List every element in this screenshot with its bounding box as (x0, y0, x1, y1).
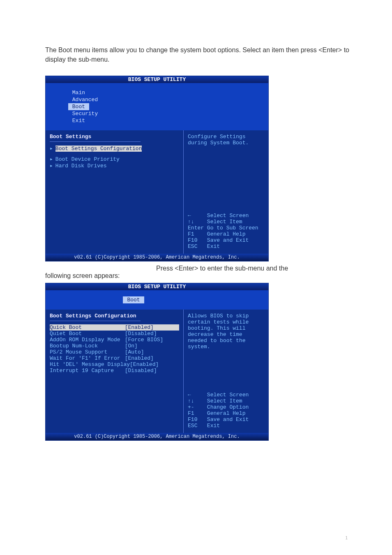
bios-title: BIOS SETUP UTILITY (46, 283, 268, 290)
bios-copyright: v02.61 (C)Copyright 1985-2006, American … (46, 254, 268, 261)
bios-menubar[interactable]: Main Advanced Boot Security Exit (46, 83, 268, 130)
option-hit-del-message-display[interactable]: Hit 'DEL' Message Display[Enabled] (50, 361, 179, 368)
tab-boot[interactable]: Boot (68, 103, 89, 110)
option-quick-boot[interactable]: Quick Boot[Enabled] (50, 324, 179, 331)
bios-key-legend: ← Select Screen ↑↓ Select Item +- Change… (188, 392, 264, 429)
option-bootup-num-lock[interactable]: Bootup Num-Lock[On] (50, 343, 179, 349)
triangle-right-icon: ▸ (50, 163, 53, 169)
bios-screen-boot-settings-config: BIOS SETUP UTILITY MainAdvancedBoot Boot… (45, 283, 269, 441)
bios-right-pane: Allows BIOS to skip certain tests while … (184, 310, 268, 433)
page-number: 1 (345, 536, 348, 540)
tab-main[interactable]: Main (68, 89, 89, 96)
bios-right-pane: Configure Settings during System Boot. ←… (184, 130, 268, 254)
bios-title: BIOS SETUP UTILITY (46, 76, 268, 83)
option-label: Bootup Num-Lock (50, 343, 125, 349)
boot-settings-heading: Boot Settings (50, 134, 179, 140)
option-label: Interrupt 19 Capture (50, 368, 125, 374)
option-value: [Disabled] (125, 331, 179, 337)
bios-copyright: v02.61 (C)Copyright 1985-2006, American … (46, 433, 268, 440)
option-ps-2-mouse-support[interactable]: PS/2 Mouse Support[Auto] (50, 349, 179, 355)
option-value: [Enabled] (130, 361, 179, 368)
option-quiet-boot[interactable]: Quiet Boot[Disabled] (50, 331, 179, 337)
menu-item-boot-settings-config[interactable]: ▸Boot Settings Configuration (50, 145, 179, 152)
option-label: PS/2 Mouse Support (50, 349, 125, 355)
bios-left-pane: Boot Settings ▸Boot Settings Configurati… (46, 130, 184, 254)
bios-help-text: Allows BIOS to skip certain tests while … (188, 313, 264, 350)
option-label: Wait For 'F1' If Error (50, 355, 125, 361)
boot-settings-config-heading: Boot Settings Configuration (50, 313, 179, 319)
intro-text: The Boot menu items allow you to change … (45, 45, 351, 64)
option-label: Quick Boot (50, 324, 125, 331)
bios-key-legend: ← Select Screen ↑↓ Select Item Enter Go … (188, 213, 264, 250)
tab-exit[interactable]: Exit (68, 117, 89, 124)
bios-menubar[interactable]: MainAdvancedBoot (46, 290, 268, 310)
option-value: [Disabled] (125, 368, 179, 374)
menu-item-boot-device-priority[interactable]: ▸Boot Device Priority (50, 156, 179, 162)
tab-advanced[interactable]: Advanced (68, 96, 102, 103)
triangle-right-icon: ▸ (50, 156, 53, 162)
bios-help-text: Configure Settings during System Boot. (188, 134, 264, 146)
bios-screen-boot: BIOS SETUP UTILITY Main Advanced Boot Se… (45, 76, 269, 261)
option-value: [Enabled] (125, 324, 179, 331)
tab-security[interactable]: Security (68, 110, 102, 117)
option-label: Quiet Boot (50, 331, 125, 337)
mid-text: Press <Enter> to enter the sub-menu and … (45, 265, 351, 280)
option-value: [On] (125, 343, 179, 349)
option-label: Hit 'DEL' Message Display (50, 361, 130, 368)
option-value: [Enabled] (125, 355, 179, 361)
bios-left-pane: Boot Settings Configuration Quick Boot[E… (46, 310, 184, 433)
option-value: [Force BIOS] (125, 337, 179, 343)
menu-item-hard-disk-drives[interactable]: ▸Hard Disk Drives (50, 162, 179, 169)
option-value: [Auto] (125, 349, 179, 355)
option-addon-rom-display-mode[interactable]: AddOn ROM Display Mode[Force BIOS] (50, 337, 179, 343)
option-interrupt-19-capture[interactable]: Interrupt 19 Capture[Disabled] (50, 368, 179, 374)
option-label: AddOn ROM Display Mode (50, 337, 125, 343)
tab-boot[interactable]: Boot (123, 296, 144, 303)
option-wait-for-f1-if-error[interactable]: Wait For 'F1' If Error[Enabled] (50, 355, 179, 361)
triangle-right-icon: ▸ (50, 146, 53, 152)
